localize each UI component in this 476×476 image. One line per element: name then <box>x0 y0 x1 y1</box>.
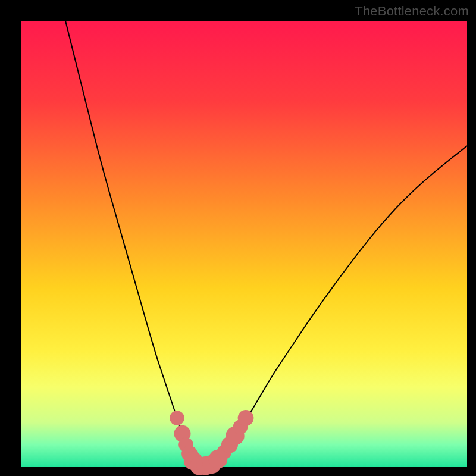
plot-background <box>21 21 467 467</box>
watermark-text: TheBottleneck.com <box>355 4 469 19</box>
bottleneck-chart <box>0 0 476 476</box>
chart-frame: TheBottleneck.com <box>0 0 476 476</box>
highlight-dot <box>238 410 254 426</box>
highlight-dot <box>170 411 184 425</box>
